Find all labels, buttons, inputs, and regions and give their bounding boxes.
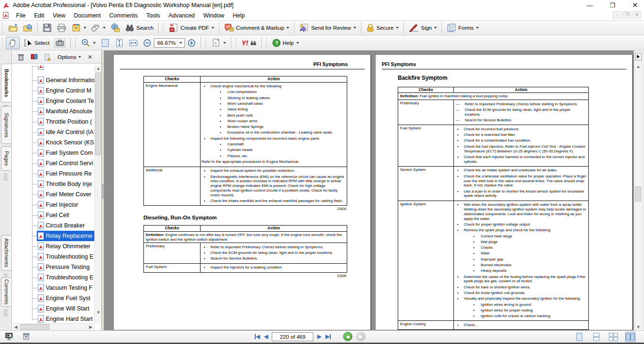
doc-restore-icon[interactable]: ❐ [623,11,631,18]
bookmark-item[interactable]: Troubleshooting E [12,252,95,262]
scroll-left-icon[interactable]: ◀ [13,324,19,330]
scroll-down-icon[interactable]: ▼ [95,310,101,316]
fit-width-button[interactable] [126,37,141,49]
comment-markup-button[interactable]: Comment & Markup [222,22,292,34]
menu-view[interactable]: View [49,11,70,20]
bookmark-item[interactable]: Fuel Cell [12,210,95,220]
first-page-button[interactable]: ◀ [255,333,260,340]
minimize-icon[interactable]: — [585,2,594,9]
save-button[interactable] [40,22,54,34]
previous-page-button[interactable]: ◀ [264,333,268,340]
new-bookmark-icon[interactable] [44,53,51,61]
bookmark-item[interactable]: Fuel Meter Cover [12,189,95,200]
expand-current-bookmark-icon[interactable] [30,53,38,60]
toolbar-grip[interactable] [235,38,237,48]
next-view-button[interactable]: ▶ [356,332,366,341]
continuous-layout-button[interactable] [591,332,602,342]
doc-close-icon[interactable]: ✕ [633,11,641,18]
menu-edit[interactable]: Edit [30,11,49,20]
secure-button[interactable]: Secure [364,22,401,34]
fit-page-button[interactable] [98,37,112,49]
menu-comments[interactable]: Comments [105,11,142,20]
bookmark-item[interactable] [12,66,95,71]
bookmark-item[interactable]: Circuit Breaker [12,220,95,231]
menu-help[interactable]: Help [228,11,249,20]
facing-layout-button[interactable] [625,332,636,342]
send-review-button[interactable]: Send for Review [297,22,358,34]
single-page-layout-button[interactable] [574,332,585,342]
bookmark-item[interactable]: Engine Hard Start [12,314,95,323]
menu-advanced[interactable]: Advanced [164,11,199,20]
attach-button[interactable] [89,22,108,34]
scroll-up-icon[interactable]: ▲ [95,66,101,72]
tab-comments[interactable]: Comments [1,277,11,307]
bookmarks-horizontal-scrollbar[interactable]: ◀ ▶ [13,323,95,330]
zoom-in-button[interactable] [185,37,198,49]
pdf-page-left[interactable]: PFI Symptoms ChecksActionEngine Mechanic… [113,54,371,330]
zoom-tool-button[interactable] [79,37,98,49]
close-panel-icon[interactable]: ✕ [88,54,92,60]
bookmark-item[interactable]: Engine Coolant Te [12,96,95,106]
bookmark-item[interactable]: Knock Sensor (KS [12,137,95,148]
bookmark-item[interactable]: Vacuum Testing F [12,283,95,293]
menu-tools[interactable]: Tools [142,11,164,20]
last-page-button[interactable]: ▶ [326,333,331,340]
bookmark-item[interactable]: Fuel System Com [12,148,95,158]
bookmark-item[interactable]: General Informatio [12,75,95,85]
bookmark-item[interactable]: Troubleshooting E [12,272,95,283]
bookmark-item[interactable]: Idle Air Control (IA [12,127,95,137]
document-status-box-icon[interactable] [22,332,30,341]
bookmark-item[interactable]: Pressure Testing [12,262,95,272]
bookmarks-vertical-scrollbar[interactable]: ▲ ▼ [94,66,101,323]
tab-bookmarks[interactable]: Bookmarks [1,64,11,102]
toolbar-grip[interactable] [205,38,207,48]
help-button[interactable]: ? Help [270,37,301,49]
tab-signatures[interactable]: Signatures [1,106,11,144]
sign-button[interactable]: Sign [406,22,439,34]
forms-button[interactable]: Forms [444,22,481,34]
document-status-monitor-icon[interactable] [5,332,14,341]
create-pdf-button[interactable]: Create PDF [167,22,217,34]
previous-view-button[interactable]: ◀ [343,332,352,341]
scroll-up-icon[interactable]: ▲ [635,64,642,70]
bookmark-item[interactable]: Fuel Injector [12,200,95,210]
zoom-level-caret-icon[interactable] [177,39,183,47]
zoom-out-button[interactable] [141,37,154,49]
scrollbar-thumb[interactable] [95,73,101,155]
toolbar-grip[interactable] [266,38,268,48]
zoom-level-combobox[interactable]: 66.67% [154,38,185,48]
restore-icon[interactable]: ❐ [608,2,617,9]
toolbar-grip[interactable] [1,23,4,33]
show-howto-panel-button[interactable] [635,53,642,60]
hand-tool-button[interactable] [6,37,20,49]
bookmark-item[interactable]: Engine Will Start [12,303,95,314]
tab-attachments[interactable]: Attachments [1,235,11,271]
delete-bookmark-icon[interactable] [17,53,25,61]
toolbar-grip[interactable] [162,23,165,33]
fit-height-button[interactable] [112,37,126,49]
doc-minimize-icon[interactable]: – [613,11,621,18]
bookmark-item[interactable]: Relay Ohmmeter [12,241,95,252]
bookmark-item[interactable]: Engine Control M [12,85,95,96]
bookmark-item[interactable]: Fuel Control Servi [12,158,95,168]
organizer-button[interactable] [20,22,35,34]
next-page-button[interactable]: ▶ [317,333,321,340]
page-number-input[interactable]: 220 of 469 [272,332,313,341]
document-vertical-scrollbar[interactable]: ▲ ▼ [635,64,642,330]
menu-document[interactable]: Document [70,11,105,20]
bookmark-item[interactable]: Manifold Absolute [12,106,95,117]
tab-pages[interactable]: Pages [1,146,11,171]
scroll-right-icon[interactable]: ▶ [88,324,94,330]
pdf-page-right[interactable]: PFI Symptoms Backfire Symptom ChecksActi… [375,54,633,330]
snapshot-button[interactable] [52,37,68,49]
yahoo-search-button[interactable]: Y! [239,37,259,49]
continuous-facing-layout-button[interactable] [608,332,619,342]
bookmark-item[interactable]: Fuel Pressure Re [12,168,95,179]
close-icon[interactable]: ✕ [631,1,639,9]
toolbar-grip[interactable] [1,38,4,48]
bookmark-item[interactable]: Engine Fuel Syst [12,293,95,303]
toolbar-grip[interactable] [75,38,77,48]
archive-button[interactable] [69,22,89,34]
bookmarks-options-button[interactable]: Options [58,54,81,60]
select-tool-button[interactable]: Select [20,37,52,49]
